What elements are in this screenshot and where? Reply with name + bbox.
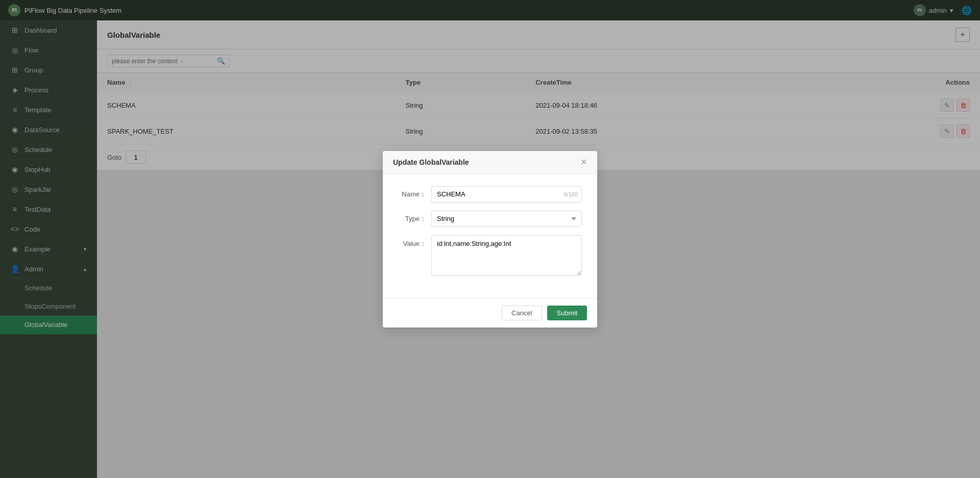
modal-header: Update GlobalVariable ✕ — [383, 151, 597, 174]
modal-close-button[interactable]: ✕ — [580, 158, 587, 166]
name-field-row: Name： 6/100 — [398, 186, 582, 203]
update-modal: Update GlobalVariable ✕ Name： 6/100 Type… — [383, 151, 597, 328]
type-label: Type： — [398, 211, 426, 223]
modal-title: Update GlobalVariable — [393, 158, 469, 166]
cancel-button[interactable]: Cancel — [502, 306, 542, 320]
modal-body: Name： 6/100 Type： StringIntegerBooleanDo… — [383, 174, 597, 298]
name-label: Name： — [398, 186, 426, 199]
type-field-row: Type： StringIntegerBooleanDouble — [398, 211, 582, 227]
modal-overlay: Update GlobalVariable ✕ Name： 6/100 Type… — [0, 0, 980, 478]
name-input-container: 6/100 — [431, 186, 582, 203]
name-input[interactable] — [431, 186, 582, 203]
modal-footer: Cancel Submit — [383, 298, 597, 328]
type-select[interactable]: StringIntegerBooleanDouble — [431, 211, 582, 227]
submit-button[interactable]: Submit — [547, 306, 587, 320]
value-field-wrapper — [431, 235, 582, 278]
type-field-wrapper: StringIntegerBooleanDouble — [431, 211, 582, 227]
name-char-count: 6/100 — [564, 191, 578, 197]
name-field-wrapper: 6/100 — [431, 186, 582, 203]
value-label: Value： — [398, 235, 426, 248]
value-textarea[interactable] — [431, 235, 582, 276]
value-field-row: Value： — [398, 235, 582, 278]
